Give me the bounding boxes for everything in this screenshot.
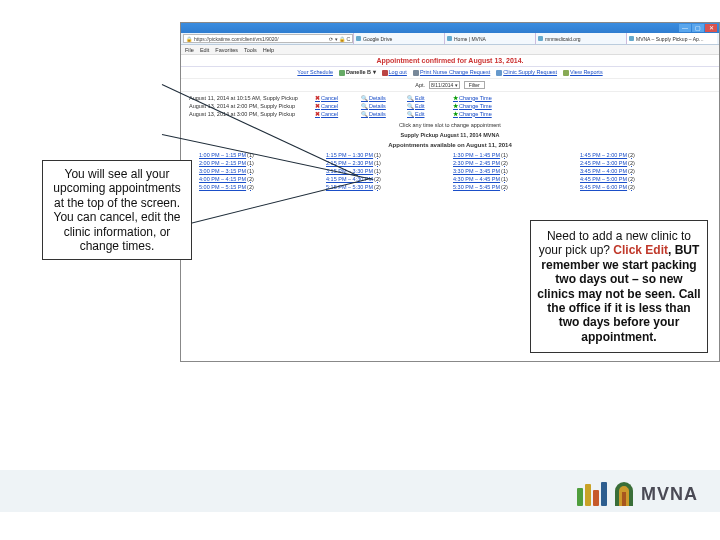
time-slot[interactable]: 5:45 PM – 6:00 PM(2) xyxy=(580,184,701,190)
appointment-when: August 11, 2014 at 10:15 AM, Supply Pick… xyxy=(189,95,309,101)
print-icon xyxy=(413,70,419,76)
appointment-row: August 11, 2014 at 10:15 AM, Supply Pick… xyxy=(189,94,711,102)
time-slot[interactable]: 3:30 PM – 3:45 PM(1) xyxy=(453,168,574,174)
user-icon xyxy=(339,70,345,76)
browser-tabbar: 🔒 https://pickatime.com/client/vrs1/9020… xyxy=(181,33,719,45)
reports-link[interactable]: View Reports xyxy=(570,69,603,75)
filter-label: Apt. xyxy=(415,82,425,88)
window-max-button[interactable]: ▢ xyxy=(692,24,704,32)
details-link[interactable]: 🔍Details xyxy=(361,103,401,109)
window-titlebar: — ▢ ✕ xyxy=(181,23,719,33)
clinic-request-link[interactable]: Clinic Supply Request xyxy=(503,69,557,75)
time-slot[interactable]: 5:30 PM – 5:45 PM(2) xyxy=(453,184,574,190)
slot-grid: 1:00 PM – 1:15 PM(1) 1:15 PM – 1:30 PM(1… xyxy=(181,150,719,192)
edit-link[interactable]: 🔍Edit xyxy=(407,103,447,109)
available-title: Appointments available on August 11, 201… xyxy=(181,140,719,150)
cancel-link[interactable]: ✖Cancel xyxy=(315,111,355,117)
time-slot[interactable]: 4:15 PM – 4:30 PM(2) xyxy=(326,176,447,182)
menu-help[interactable]: Help xyxy=(263,47,274,53)
details-link[interactable]: 🔍Details xyxy=(361,111,401,117)
favicon-icon xyxy=(356,36,361,41)
your-schedule-link[interactable]: Your Schedule xyxy=(297,69,333,75)
logo-bars-icon xyxy=(577,482,607,506)
logo-text: MVNA xyxy=(641,484,698,505)
tab-label: Home | MVNA xyxy=(454,36,486,42)
logo-arch-icon xyxy=(615,482,633,506)
time-slot[interactable]: 4:00 PM – 4:15 PM(2) xyxy=(199,176,320,182)
appointment-when: August 13, 2014 at 3:00 PM, Supply Picku… xyxy=(189,111,309,117)
favicon-icon xyxy=(629,36,634,41)
upcoming-appointments: August 11, 2014 at 10:15 AM, Supply Pick… xyxy=(181,92,719,120)
time-slot[interactable]: 1:15 PM – 1:30 PM(1) xyxy=(326,152,447,158)
time-slot[interactable]: 2:45 PM – 3:00 PM(2) xyxy=(580,160,701,166)
menu-edit[interactable]: Edit xyxy=(200,47,209,53)
mvna-logo: MVNA xyxy=(577,482,698,506)
time-slot[interactable]: 1:45 PM – 2:00 PM(2) xyxy=(580,152,701,158)
time-slot[interactable]: 1:00 PM – 1:15 PM(1) xyxy=(199,152,320,158)
window-min-button[interactable]: — xyxy=(679,24,691,32)
cancel-link[interactable]: ✖Cancel xyxy=(315,103,355,109)
time-slot[interactable]: 4:45 PM – 5:00 PM(2) xyxy=(580,176,701,182)
time-slot[interactable]: 3:15 PM – 3:30 PM(1) xyxy=(326,168,447,174)
tab-supply-pickup[interactable]: MVNA – Supply Pickup – Ap… xyxy=(626,33,717,44)
change-time-link[interactable]: ★Change Time xyxy=(453,103,509,109)
user-name: Danelle B ▾ xyxy=(346,69,376,75)
page-content: Appointment confirmed for August 13, 201… xyxy=(181,55,719,192)
note-add-clinic: Need to add a new clinic to your pick up… xyxy=(530,220,708,353)
click-hint: Click any time slot to change appointmen… xyxy=(181,120,719,130)
menu-file[interactable]: File xyxy=(185,47,194,53)
tab-mnmedicaid[interactable]: mnmedicaid.org xyxy=(535,33,626,44)
filter-button[interactable]: Filter xyxy=(464,81,485,89)
logout-icon xyxy=(382,70,388,76)
page-toolbar: Your Schedule Danelle B ▾ Log out Print … xyxy=(181,67,719,79)
menu-tools[interactable]: Tools xyxy=(244,47,257,53)
time-slot[interactable]: 5:00 PM – 5:15 PM(2) xyxy=(199,184,320,190)
tab-label: MVNA – Supply Pickup – Ap… xyxy=(636,36,704,42)
time-slot[interactable]: 3:00 PM – 3:15 PM(1) xyxy=(199,168,320,174)
clinic-icon xyxy=(496,70,502,76)
print-link[interactable]: Print Nurse Change Request xyxy=(420,69,490,75)
time-slot[interactable]: 2:30 PM – 2:45 PM(2) xyxy=(453,160,574,166)
change-time-link[interactable]: ★Change Time xyxy=(453,111,509,117)
edit-link[interactable]: 🔍Edit xyxy=(407,111,447,117)
tab-mvna-home[interactable]: Home | MVNA xyxy=(444,33,535,44)
tab-label: Google Drive xyxy=(363,36,392,42)
date-select[interactable]: 8/11/2014 ▾ xyxy=(429,81,460,89)
url-text: https://pickatime.com/client/vrs1/9020/ xyxy=(194,36,279,42)
pickup-line: Supply Pickup August 11, 2014 MVNA xyxy=(181,130,719,140)
logout-link[interactable]: Log out xyxy=(389,69,407,75)
address-bar[interactable]: 🔒 https://pickatime.com/client/vrs1/9020… xyxy=(183,34,353,43)
change-time-link[interactable]: ★Change Time xyxy=(453,95,509,101)
ie-menubar: File Edit Favorites Tools Help xyxy=(181,45,719,55)
edit-link[interactable]: 🔍Edit xyxy=(407,95,447,101)
time-slot[interactable]: 4:30 PM – 4:45 PM(1) xyxy=(453,176,574,182)
confirm-banner: Appointment confirmed for August 13, 201… xyxy=(181,55,719,67)
favicon-icon xyxy=(538,36,543,41)
menu-favorites[interactable]: Favorites xyxy=(215,47,238,53)
tab-google-drive[interactable]: Google Drive xyxy=(353,33,444,44)
tab-label: mnmedicaid.org xyxy=(545,36,581,42)
cancel-link[interactable]: ✖Cancel xyxy=(315,95,355,101)
time-slot[interactable]: 2:15 PM – 2:30 PM(1) xyxy=(326,160,447,166)
date-filter: Apt. 8/11/2014 ▾ Filter xyxy=(181,79,719,92)
appointment-row: August 13, 2014 at 2:00 PM, Supply Picku… xyxy=(189,102,711,110)
appointment-when: August 13, 2014 at 2:00 PM, Supply Picku… xyxy=(189,103,309,109)
appointment-row: August 13, 2014 at 3:00 PM, Supply Picku… xyxy=(189,110,711,118)
favicon-icon xyxy=(447,36,452,41)
time-slot[interactable]: 5:15 PM – 5:30 PM(2) xyxy=(326,184,447,190)
time-slot[interactable]: 2:00 PM – 2:15 PM(1) xyxy=(199,160,320,166)
time-slot[interactable]: 1:30 PM – 1:45 PM(1) xyxy=(453,152,574,158)
address-controls[interactable]: ⟳ ▾ 🔒 C xyxy=(329,36,350,42)
details-link[interactable]: 🔍Details xyxy=(361,95,401,101)
note-click-edit: Click Edit xyxy=(613,243,668,257)
note-upcoming-appts: You will see all your upcoming appointme… xyxy=(42,160,192,260)
window-close-button[interactable]: ✕ xyxy=(705,24,717,32)
reports-icon xyxy=(563,70,569,76)
time-slot[interactable]: 3:45 PM – 4:00 PM(2) xyxy=(580,168,701,174)
lock-icon: 🔒 xyxy=(186,36,192,42)
